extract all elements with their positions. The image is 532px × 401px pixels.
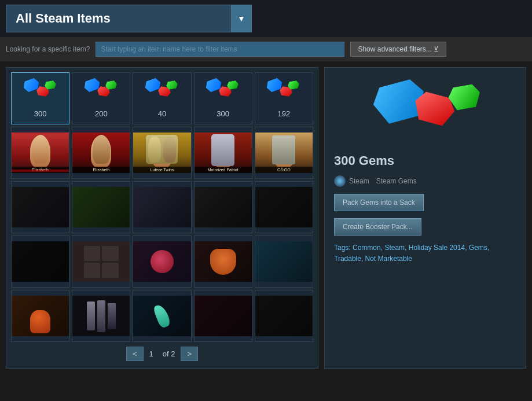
items-grid: 300 200 40 [11, 72, 313, 342]
item-cell-bg-1[interactable] [11, 181, 69, 233]
item-cell-gem-3[interactable]: 40 [133, 72, 191, 124]
create-booster-btn[interactable]: Create Booster Pack... [334, 218, 421, 236]
tags-values: Common, Steam, Holiday Sale 2014, Gems, … [334, 244, 489, 263]
item-cell-bg-11[interactable] [11, 290, 69, 342]
item-cell-bg-4[interactable] [194, 181, 252, 233]
bg-block-13 [133, 296, 190, 336]
bg-block-15 [255, 296, 313, 336]
page-title: All Steam Items [6, 5, 232, 32]
bg-block-5 [255, 187, 313, 227]
filter-bar: Looking for a specific item? Show advanc… [0, 37, 532, 61]
card-label-5: CS:GO [255, 167, 313, 173]
item-cell-bg-12[interactable] [72, 290, 130, 342]
item-cell-bg-8[interactable] [133, 236, 191, 288]
item-cell-bg-15[interactable] [255, 290, 313, 342]
detail-platform: Steam [349, 177, 369, 185]
item-cell-card-3[interactable]: Lutece Twins [133, 127, 191, 179]
steam-icon [334, 175, 346, 187]
item-cell-bg-5[interactable] [255, 181, 313, 233]
item-cell-gem-1[interactable]: 300 [11, 72, 69, 124]
bg-block-8 [133, 241, 190, 282]
detail-category: Steam Gems [376, 177, 417, 185]
bg-block-12 [72, 296, 130, 336]
card-img-1: Elizabeth [12, 133, 69, 173]
bg-block-7 [72, 241, 130, 282]
tags-section: Tags: Common, Steam, Holiday Sale 2014, … [334, 242, 516, 264]
tags-label: Tags: [334, 244, 351, 252]
bg-block-14 [195, 296, 252, 336]
filter-input[interactable] [96, 42, 344, 57]
gem-graphic-2 [81, 76, 122, 108]
item-cell-card-1[interactable]: Elizabeth [11, 127, 69, 179]
item-cell-bg-10[interactable] [255, 236, 313, 288]
gem-count-2: 200 [95, 108, 108, 120]
detail-panel: 300 Gems Steam Steam Gems Pack Gems into… [324, 67, 526, 369]
total-pages: of 2 [159, 350, 179, 358]
item-cell-bg-3[interactable] [133, 181, 191, 233]
item-cell-bg-13[interactable] [133, 290, 191, 342]
item-cell-card-4[interactable]: Motorized Patriot [194, 127, 252, 179]
card-img-5: CS:GO [255, 133, 313, 173]
filter-label: Looking for a specific item? [6, 45, 90, 53]
item-cell-card-2[interactable]: Elizabeth [72, 127, 130, 179]
item-cell-gem-5[interactable]: 192 [255, 72, 313, 124]
bg-block-3 [133, 187, 190, 227]
card-label-2: Elizabeth [72, 167, 130, 173]
gem-count-4: 300 [217, 108, 229, 120]
item-cell-bg-9[interactable] [194, 236, 252, 288]
pack-gems-btn[interactable]: Pack Gems into a Sack [334, 194, 424, 211]
main-content: 300 200 40 [0, 61, 532, 374]
gem-graphic-5 [263, 76, 304, 108]
bg-block-9 [195, 241, 252, 282]
bg-block-11 [12, 296, 69, 336]
gem-graphic-3 [142, 76, 182, 108]
item-cell-gem-2[interactable]: 200 [72, 72, 130, 124]
gem-graphic-1 [20, 76, 61, 108]
items-area: 300 200 40 [6, 67, 318, 369]
item-cell-bg-14[interactable] [194, 290, 252, 342]
item-cell-gem-4[interactable]: 300 [194, 72, 252, 124]
item-cell-bg-2[interactable] [72, 181, 130, 233]
bg-block-1 [12, 187, 69, 227]
top-bar: All Steam Items ▼ [0, 0, 532, 37]
item-cell-card-5[interactable]: CS:GO [255, 127, 313, 179]
item-cell-bg-6[interactable] [11, 236, 69, 288]
pagination: < 1 of 2 > [11, 342, 313, 363]
prev-page-btn[interactable]: < [126, 347, 144, 361]
bg-block-10 [255, 241, 313, 282]
bg-block-2 [72, 187, 130, 227]
advanced-filters-btn[interactable]: Show advanced filters... ⊻ [350, 42, 446, 57]
title-dropdown-btn[interactable]: ▼ [232, 5, 252, 32]
card-label-3: Lutece Twins [133, 167, 190, 173]
card-img-4: Motorized Patriot [195, 133, 252, 173]
gem-graphic-4 [203, 76, 243, 108]
title-select-wrapper: All Steam Items ▼ [6, 5, 252, 32]
gem-count-5: 192 [278, 108, 291, 120]
gem-count-1: 300 [34, 108, 47, 120]
current-page: 1 [146, 350, 157, 358]
detail-item-name: 300 Gems [334, 153, 516, 168]
gem-count-3: 40 [158, 108, 166, 120]
bg-block-6 [12, 241, 69, 282]
card-img-2: Elizabeth [72, 133, 130, 173]
card-img-3: Lutece Twins [133, 133, 190, 173]
detail-gem-graphic [368, 77, 483, 146]
bg-block-4 [195, 187, 252, 227]
item-cell-bg-7[interactable] [72, 236, 130, 288]
card-label-4: Motorized Patriot [195, 167, 252, 173]
next-page-btn[interactable]: > [181, 347, 198, 361]
detail-subtitle: Steam Steam Gems [334, 175, 516, 187]
